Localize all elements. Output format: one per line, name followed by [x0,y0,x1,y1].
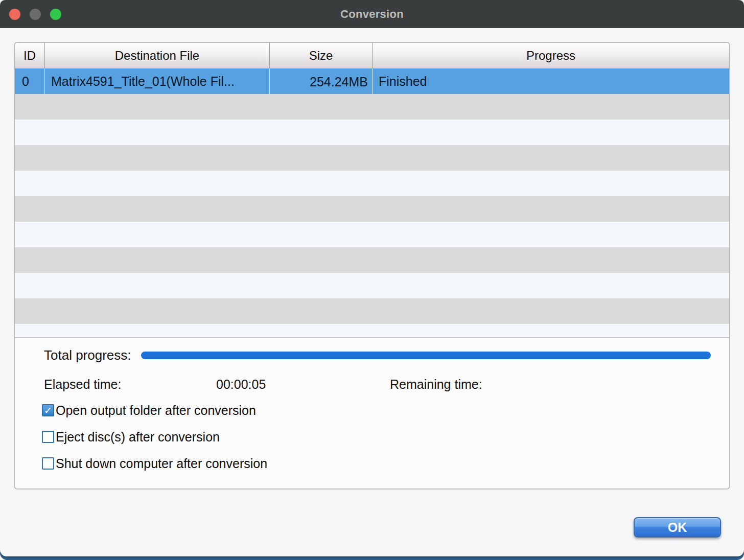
column-header-size[interactable]: Size [270,43,373,68]
empty-table-row [15,94,729,120]
cell-progress: Finished [373,68,729,94]
option-label: Open output folder after conversion [54,403,256,418]
option-open-output-folder[interactable]: ✓ Open output folder after conversion [42,404,267,417]
option-label: Shut down computer after conversion [54,456,267,471]
empty-table-row [15,145,729,171]
cell-id: 0 [15,68,45,94]
table-header: ID Destination File Size Progress [15,43,729,68]
checkbox-shut-down[interactable]: ✓ [42,457,54,470]
screen: Conversion ID Destination File Size Prog… [0,0,744,560]
empty-table-row [15,196,729,222]
checkbox-open-output-folder[interactable]: ✓ [42,404,54,416]
elapsed-time-label: Elapsed time: [44,377,121,392]
column-header-progress[interactable]: Progress [373,43,729,68]
check-icon: ✓ [44,406,52,415]
empty-table-row [15,273,729,298]
empty-table-row [15,298,729,324]
minimize-button[interactable] [30,9,41,20]
total-progress-bar [141,352,711,359]
close-button[interactable] [9,9,20,20]
empty-table-row [15,171,729,196]
column-header-id[interactable]: ID [15,43,45,68]
window-title: Conversion [340,8,404,21]
option-shut-down[interactable]: ✓ Shut down computer after conversion [42,457,267,470]
table-row[interactable]: 0 Matrix4591_Title_01(Whole Fil... 254.2… [15,68,729,94]
empty-table-row [15,324,729,338]
elapsed-time-value: 00:00:05 [216,377,266,392]
total-progress-fill [141,352,711,359]
status-area: Total progress: Elapsed time: 00:00:05 R… [15,338,729,487]
zoom-button[interactable] [50,9,61,20]
cell-size: 254.24MB [270,68,373,94]
conversion-dialog: Conversion ID Destination File Size Prog… [0,0,744,556]
empty-table-row [15,120,729,145]
option-eject-discs[interactable]: ✓ Eject disc(s) after conversion [42,430,267,444]
ok-button[interactable]: OK [634,517,721,538]
empty-rows [15,94,729,338]
traffic-lights [9,0,61,28]
conversion-panel: ID Destination File Size Progress 0 Matr… [14,42,730,489]
cell-destination: Matrix4591_Title_01(Whole Fil... [45,68,270,94]
option-checkboxes: ✓ Open output folder after conversion ✓ … [42,404,267,483]
checkbox-eject-discs[interactable]: ✓ [42,431,54,443]
column-header-destination[interactable]: Destination File [45,43,270,68]
titlebar[interactable]: Conversion [0,0,744,28]
empty-table-row [15,247,729,273]
option-label: Eject disc(s) after conversion [54,430,220,445]
remaining-time-label: Remaining time: [390,377,482,392]
empty-table-row [15,222,729,247]
conversion-table: ID Destination File Size Progress 0 Matr… [15,43,729,338]
total-progress-label: Total progress: [44,347,131,363]
